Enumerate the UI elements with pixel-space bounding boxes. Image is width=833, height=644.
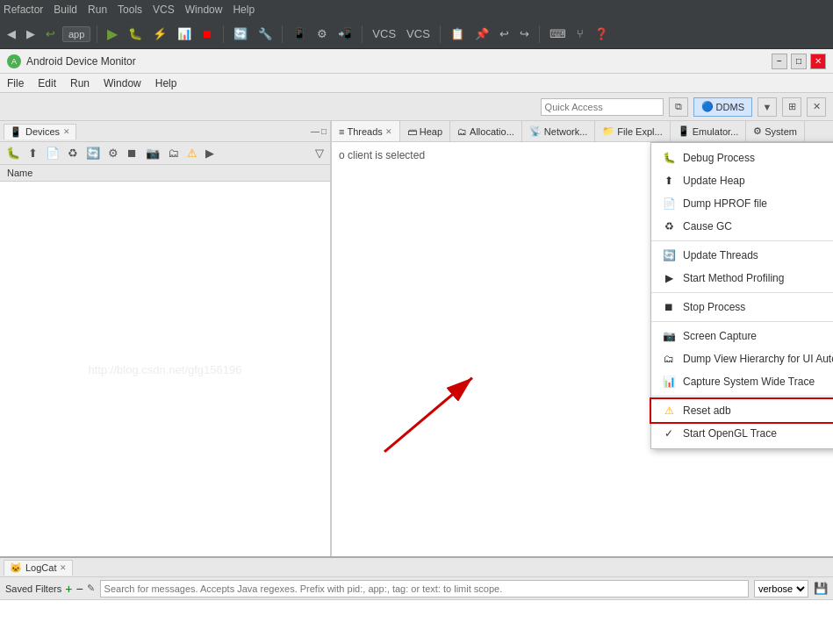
toolbar-undo2-btn[interactable]: ↩ [496,23,513,46]
dev-update-heap-btn[interactable]: ⬆ [25,146,40,161]
toolbar-vcs-btn[interactable]: VCS [369,23,399,46]
app-menu-edit[interactable]: Edit [38,77,56,89]
logcat-save-btn[interactable]: 💾 [814,582,828,595]
menu-item-dump-view[interactable]: 🗂 Dump View Hierarchy for UI Automator [651,347,833,370]
toolbar-vcs2-btn[interactable]: VCS [403,23,434,46]
dev-reset-btn[interactable]: ⚠ [184,146,200,161]
toolbar-redo-btn[interactable]: ↪ [516,23,533,46]
dev-stop-btn[interactable]: ⏹ [124,146,140,161]
tab-allocations[interactable]: 🗂 Allocatio... [450,121,522,141]
menu-window[interactable]: Window [185,4,223,16]
menu-item-update-threads[interactable]: 🔄 Update Threads [651,244,833,267]
toolbar-debug-btn[interactable]: 🐛 [125,23,146,46]
app-menu-run[interactable]: Run [70,77,90,89]
toolbar-paste-btn[interactable]: 📌 [471,23,492,46]
tab-network[interactable]: 📡 Network... [522,121,596,141]
toolbar-sync-btn[interactable]: 🔄 [230,23,251,46]
filter-remove-btn[interactable]: − [75,582,83,596]
window-minimize-btn[interactable]: − [772,54,787,69]
tab-heap[interactable]: 🗃 Heap [400,121,450,141]
separator-3 [651,321,833,322]
no-client-text: o client is selected [339,149,425,161]
right-area: ≡ Threads ✕ 🗃 Heap 🗂 Allocatio... 📡 Netw… [332,121,833,556]
toolbar-gradle-btn[interactable]: 🔧 [255,23,276,46]
filter-edit-btn[interactable]: ✎ [87,583,95,594]
window-maximize-btn[interactable]: □ [791,54,807,69]
dev-more-btn[interactable]: ▽ [312,146,327,161]
menu-run[interactable]: Run [88,4,107,16]
menu-item-cause-gc[interactable]: ♻ Cause GC [651,215,833,238]
tab-system-label: System [765,126,797,137]
menu-item-stop-process[interactable]: ⏹ Stop Process [651,296,833,318]
menu-item-reset-adb[interactable]: ⚠ Reset adb [651,399,833,422]
menu-item-start-method[interactable]: ▶ Start Method Profiling [651,267,833,290]
dev-gc-btn[interactable]: ♻ [65,146,81,161]
toolbar-terminal-btn[interactable]: ⌨ [546,23,570,46]
devices-minimize-btn[interactable]: — [311,126,320,136]
toolbar-profile-btn[interactable]: 📊 [174,23,195,46]
app-menu-window[interactable]: Window [104,77,141,89]
menu-item-dump-hprof[interactable]: 📄 Dump HPROF file [651,192,833,215]
menu-item-start-opengl[interactable]: ✓ Start OpenGL Trace [651,422,833,445]
header-btn3[interactable]: ✕ [807,97,826,117]
logcat-tab[interactable]: 🐱 LogCat ✕ [4,560,73,576]
devices-maximize-btn[interactable]: □ [321,126,327,136]
menu-build[interactable]: Build [54,4,77,16]
toolbar-copy-btn[interactable]: 📋 [447,23,468,46]
logcat-tab-close[interactable]: ✕ [60,563,67,572]
header-btn2[interactable]: ⊞ [782,97,801,117]
dev-screen-btn[interactable]: 📷 [143,146,162,161]
quick-access-input[interactable] [541,98,664,116]
toolbar-run-btn[interactable]: ▶ [104,23,121,46]
dev-debug-btn[interactable]: 🐛 [4,146,23,161]
menu-help[interactable]: Help [233,4,255,16]
dev-opengl-btn[interactable]: ▶ [203,146,217,161]
devices-tab-close[interactable]: ✕ [63,127,70,136]
menu-refactor[interactable]: Refactor [4,4,43,16]
ddms-btn[interactable]: 🔵 DDMS [693,97,752,117]
toolbar-stop-btn[interactable]: ⏹ [198,23,217,46]
menu-vcs[interactable]: VCS [153,4,175,16]
tab-file-explorer[interactable]: 📁 File Expl... [595,121,670,141]
app-menu-file[interactable]: File [7,77,24,89]
verbose-select[interactable]: verbose [754,580,808,597]
toolbar-help-btn[interactable]: ❓ [591,23,612,46]
menu-item-debug-process[interactable]: 🐛 Debug Process [651,147,833,169]
window-close-btn[interactable]: ✕ [810,54,826,69]
dev-method-btn[interactable]: ⚙ [105,146,121,161]
dev-dump-btn[interactable]: 📄 [43,146,62,161]
toolbar-branch-btn[interactable]: ⑂ [573,23,587,46]
toolbar-device-btn[interactable]: 📲 [334,23,355,46]
toolbar-sep-4 [362,25,363,43]
devices-tab[interactable]: 📱 Devices ✕ [4,124,76,140]
saved-filters-area: Saved Filters + − ✎ [5,582,95,596]
filter-add-btn[interactable]: + [65,582,72,596]
menu-item-capture-trace[interactable]: 📊 Capture System Wide Trace [651,370,833,393]
menu-item-update-heap[interactable]: ⬆ Update Heap [651,169,833,192]
tab-system[interactable]: ⚙ System [746,121,805,141]
toolbar-sdk-btn[interactable]: ⚙ [313,23,331,46]
tab-threads[interactable]: ≡ Threads ✕ [332,121,400,141]
context-dropdown-menu: 🐛 Debug Process ⬆ Update Heap 📄 Dump HPR… [650,142,833,449]
menu-item-screen-capture[interactable]: 📷 Screen Capture [651,325,833,347]
new-window-btn[interactable]: ⧉ [669,97,688,117]
tab-emulator[interactable]: 📱 Emulator... [671,121,747,141]
saved-filters-label: Saved Filters [5,583,61,594]
toolbar-coverage-btn[interactable]: ⚡ [149,23,170,46]
tab-threads-close[interactable]: ✕ [385,127,392,136]
app-menu-help[interactable]: Help [155,77,177,89]
toolbar-undo-btn[interactable]: ↩ [42,23,59,46]
toolbar-back-btn[interactable]: ◀ [4,23,19,46]
tab-alloc-label: Allocatio... [470,126,514,137]
toolbar-forward-btn[interactable]: ▶ [23,23,39,46]
dev-threads-btn[interactable]: 🔄 [83,146,103,161]
perspective-btn[interactable]: ▼ [758,97,777,117]
logcat-search-input[interactable] [100,580,749,597]
toolbar-app-selector[interactable]: app [62,26,90,42]
devices-content: http://blog.csdn.net/gfg156196 [0,182,330,556]
toolbar-avd-btn[interactable]: 📱 [289,23,310,46]
dev-hierarchy-btn[interactable]: 🗂 [165,146,182,161]
toolbar-sep-1 [97,25,97,43]
menu-tools[interactable]: Tools [118,4,142,16]
system-icon: ⚙ [753,125,762,137]
